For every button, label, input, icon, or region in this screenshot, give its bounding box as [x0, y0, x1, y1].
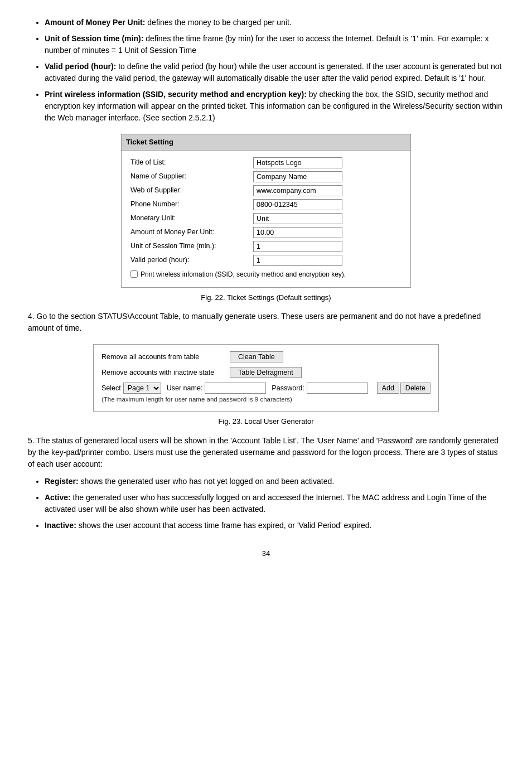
lug-page-select[interactable]: Page 1 [123, 383, 161, 394]
lug-username-input[interactable] [205, 383, 266, 394]
lug-password-group: Password: [272, 383, 367, 394]
ticket-input-5[interactable] [253, 213, 342, 224]
lug-select-label: Select [101, 383, 121, 394]
bullet-list-1: Amount of Money Per Unit: defines the mo… [45, 17, 504, 124]
local-user-generator-box: Remove all accounts from table Clean Tab… [93, 344, 439, 412]
ticket-label-6: Amount of Money Per Unit: [130, 227, 253, 238]
bullet-item-2: Unit of Session time (min): defines the … [45, 33, 504, 56]
lug-bottom-row: Select Page 1 User name: Password: Add D… [101, 383, 431, 394]
ticket-label-4: Phone Number: [130, 199, 253, 210]
ticket-row-1: Title of List: [130, 157, 402, 168]
ticket-row-6: Amount of Money Per Unit: [130, 227, 402, 238]
ticket-input-7[interactable] [253, 241, 342, 252]
ticket-label-5: Monetary Unit: [130, 213, 253, 224]
lug-add-delete-group: Add Delete [377, 383, 431, 394]
ticket-label-8: Valid period (hour): [130, 255, 253, 265]
lug-password-input[interactable] [307, 383, 368, 394]
ticket-row-8: Valid period (hour): [130, 255, 402, 266]
lug-username-label: User name: [167, 383, 203, 394]
ticket-setting-title: Ticket Setting [122, 134, 410, 151]
lug-username-group: User name: [167, 383, 267, 394]
bullet-bold-1: Amount of Money Per Unit: [45, 18, 145, 27]
lug-row-1: Remove all accounts from table Clean Tab… [101, 351, 431, 362]
print-wireless-checkbox[interactable] [130, 270, 138, 278]
fig22-caption: Fig. 22. Ticket Settings (Default settin… [201, 292, 331, 303]
section5-text: 5. The status of generated local users w… [28, 435, 504, 470]
bullet2-item-3: Inactive: shows the user account that ac… [45, 520, 504, 531]
lug-delete-button[interactable]: Delete [400, 383, 431, 394]
lug-row-2: Remove accounts with inactive state Tabl… [101, 367, 431, 378]
ticket-input-4[interactable] [253, 199, 342, 210]
table-defragment-button[interactable]: Table Defragment [230, 367, 302, 378]
lug-select-group: Select Page 1 [101, 383, 161, 394]
ticket-input-1[interactable] [253, 157, 342, 168]
bullet-item-4: Print wireless information (SSID, securi… [45, 89, 504, 124]
section4-text: 4. Go to the section STATUS\Account Tabl… [28, 311, 504, 334]
bullet2-item-1: Register: shows the generated user who h… [45, 476, 504, 487]
bullet-item-1: Amount of Money Per Unit: defines the mo… [45, 17, 504, 28]
bullet-list-2: Register: shows the generated user who h… [45, 476, 504, 531]
clean-table-button[interactable]: Clean Table [230, 351, 283, 362]
bullet-bold-2: Unit of Session time (min): [45, 34, 143, 43]
lug-remove-all-label: Remove all accounts from table [101, 352, 224, 362]
bullet2-bold-3: Inactive: [45, 521, 76, 530]
ticket-input-8[interactable] [253, 255, 342, 266]
bullet2-item-2: Active: the generated user who has succe… [45, 492, 504, 515]
ticket-row-4: Phone Number: [130, 199, 402, 210]
print-wireless-label: Print wireless infomation (SSID, securit… [141, 269, 346, 279]
fig23-caption: Fig. 23. Local User Generator [218, 416, 313, 427]
bullet-item-3: Valid period (hour): to define the valid… [45, 61, 504, 84]
ticket-label-3: Web of Supplier: [130, 185, 253, 196]
page-number: 34 [28, 548, 504, 559]
figure-22-container: Ticket Setting Title of List: Name of Su… [28, 134, 504, 303]
bullet2-bold-1: Register: [45, 477, 79, 486]
ticket-label-7: Unit of Session Time (min.): [130, 241, 253, 251]
lug-password-label: Password: [272, 383, 304, 394]
lug-remove-inactive-label: Remove accounts with inactive state [101, 367, 224, 378]
ticket-input-6[interactable] [253, 227, 342, 238]
ticket-row-3: Web of Supplier: [130, 185, 402, 196]
lug-add-button[interactable]: Add [377, 383, 399, 394]
ticket-label-2: Name of Supplier: [130, 171, 253, 182]
ticket-row-5: Monetary Unit: [130, 213, 402, 224]
ticket-checkbox-row: Print wireless infomation (SSID, securit… [130, 269, 402, 279]
bullet-bold-4: Print wireless information (SSID, securi… [45, 90, 307, 99]
bullet-bold-3: Valid period (hour): [45, 62, 116, 71]
ticket-row-2: Name of Supplier: [130, 171, 402, 182]
ticket-setting-box: Ticket Setting Title of List: Name of Su… [121, 134, 411, 288]
ticket-label-1: Title of List: [130, 157, 253, 168]
ticket-input-2[interactable] [253, 171, 342, 182]
figure-23-container: Remove all accounts from table Clean Tab… [28, 344, 504, 427]
ticket-row-7: Unit of Session Time (min.): [130, 241, 402, 252]
bullet2-bold-2: Active: [45, 493, 71, 502]
lug-hint: (The maximum length for user name and pa… [101, 395, 431, 404]
ticket-input-3[interactable] [253, 185, 342, 196]
